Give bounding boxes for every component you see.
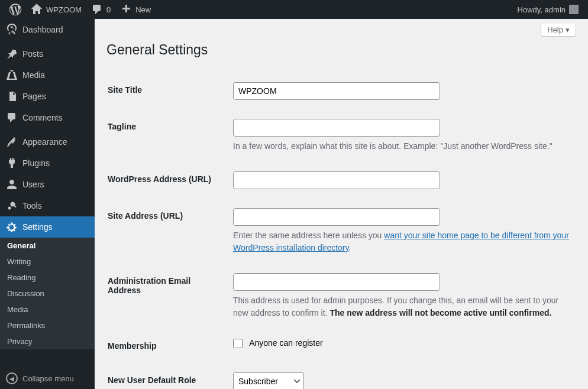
collapse-label: Collapse menu bbox=[22, 374, 74, 383]
sidebar-item-dashboard[interactable]: Dashboard bbox=[0, 19, 95, 40]
sidebar-item-appearance[interactable]: Appearance bbox=[0, 131, 95, 153]
new-label: New bbox=[135, 5, 151, 14]
sidebar-label: Appearance bbox=[22, 137, 67, 147]
sidebar-label: Posts bbox=[22, 49, 43, 59]
membership-checkbox-wrapper[interactable]: Anyone can register bbox=[233, 338, 323, 348]
comments-icon bbox=[6, 112, 18, 124]
submenu-item-media[interactable]: Media bbox=[0, 302, 95, 317]
my-account[interactable]: Howdy, admin bbox=[513, 0, 583, 19]
membership-checkbox-label: Anyone can register bbox=[249, 338, 323, 348]
sidebar-label: Plugins bbox=[22, 158, 50, 168]
sidebar-label: Dashboard bbox=[22, 25, 63, 34]
chevron-down-icon: ▾ bbox=[566, 25, 570, 34]
submenu-item-writing[interactable]: Writing bbox=[0, 254, 95, 270]
sidebar-label: Media bbox=[22, 70, 45, 80]
settings-submenu: General Writing Reading Discussion Media… bbox=[0, 238, 95, 349]
siteurl-label: Site Address (URL) bbox=[108, 199, 226, 263]
admin-sidebar: Dashboard Posts Media Pages Comments bbox=[0, 19, 95, 389]
avatar bbox=[569, 5, 579, 14]
sidebar-label: Comments bbox=[22, 113, 63, 122]
appearance-icon bbox=[6, 136, 18, 148]
media-icon bbox=[6, 69, 18, 81]
plus-icon bbox=[120, 4, 132, 15]
site-name-text: WPZOOM bbox=[46, 5, 82, 14]
help-label: Help bbox=[547, 25, 563, 34]
main-content: Help ▾ General Settings Site Title Tagli… bbox=[95, 19, 588, 389]
adminbar-right: Howdy, admin bbox=[513, 0, 583, 19]
settings-icon bbox=[6, 221, 18, 233]
sidebar-label: Tools bbox=[22, 201, 42, 210]
sidebar-item-posts[interactable]: Posts bbox=[0, 43, 95, 64]
admin-email-input[interactable] bbox=[233, 273, 440, 291]
plugins-icon bbox=[6, 157, 18, 169]
settings-form: Site Title Tagline In a few words, expla… bbox=[106, 72, 576, 389]
default-role-label: New User Default Role bbox=[108, 364, 226, 389]
site-name-link[interactable]: WPZOOM bbox=[26, 0, 86, 19]
submenu-item-discussion[interactable]: Discussion bbox=[0, 286, 95, 302]
tagline-input[interactable] bbox=[233, 119, 440, 137]
sidebar-item-tools[interactable]: Tools bbox=[0, 195, 95, 216]
help-tab[interactable]: Help ▾ bbox=[541, 24, 576, 37]
page-title: General Settings bbox=[106, 37, 576, 60]
siteurl-input[interactable] bbox=[233, 208, 440, 226]
submenu-item-permalinks[interactable]: Permalinks bbox=[0, 317, 95, 333]
screen-meta: Help ▾ bbox=[106, 19, 576, 37]
wpurl-label: WordPress Address (URL) bbox=[108, 163, 226, 198]
pin-icon bbox=[6, 48, 18, 60]
sidebar-label: Settings bbox=[22, 222, 53, 232]
admin-menu: Dashboard Posts Media Pages Comments bbox=[0, 19, 95, 368]
siteurl-description: Enter the same address here unless you w… bbox=[233, 229, 569, 254]
submenu-item-general[interactable]: General bbox=[0, 238, 95, 254]
tools-icon bbox=[6, 200, 18, 212]
site-title-input[interactable] bbox=[233, 82, 440, 100]
submenu-item-reading[interactable]: Reading bbox=[0, 270, 95, 286]
wordpress-icon bbox=[9, 4, 21, 15]
sidebar-item-media[interactable]: Media bbox=[0, 64, 95, 86]
admin-toolbar: WPZOOM 0 New Howdy, admin bbox=[0, 0, 588, 19]
adminbar-left: WPZOOM 0 New bbox=[5, 0, 156, 19]
comments-link[interactable]: 0 bbox=[86, 0, 115, 19]
membership-checkbox[interactable] bbox=[233, 339, 243, 348]
sidebar-item-pages[interactable]: Pages bbox=[0, 86, 95, 107]
site-title-label: Site Title bbox=[108, 73, 226, 109]
comment-icon bbox=[91, 4, 103, 15]
wp-logo[interactable] bbox=[5, 0, 26, 19]
sidebar-item-plugins[interactable]: Plugins bbox=[0, 153, 95, 174]
page-icon bbox=[6, 90, 18, 102]
tagline-description: In a few words, explain what this site i… bbox=[233, 140, 569, 153]
wpurl-input[interactable] bbox=[233, 171, 440, 189]
sidebar-item-users[interactable]: Users bbox=[0, 174, 95, 195]
collapse-menu-button[interactable]: ◀ Collapse menu bbox=[0, 368, 95, 389]
howdy-text: Howdy, admin bbox=[518, 5, 566, 14]
submenu-item-privacy[interactable]: Privacy bbox=[0, 333, 95, 349]
default-role-select[interactable]: Subscriber bbox=[233, 372, 304, 389]
membership-label: Membership bbox=[108, 329, 226, 362]
comments-count: 0 bbox=[106, 5, 111, 14]
collapse-icon: ◀ bbox=[6, 372, 18, 384]
dashboard-icon bbox=[6, 24, 18, 35]
sidebar-label: Pages bbox=[22, 92, 46, 101]
admin-email-description: This address is used for admin purposes.… bbox=[233, 294, 569, 319]
sidebar-label: Users bbox=[22, 180, 44, 189]
tagline-label: Tagline bbox=[108, 110, 226, 161]
users-icon bbox=[6, 179, 18, 190]
new-content-link[interactable]: New bbox=[115, 0, 156, 19]
sidebar-item-comments[interactable]: Comments bbox=[0, 107, 95, 128]
sidebar-item-settings[interactable]: Settings bbox=[0, 216, 95, 238]
home-icon bbox=[31, 4, 43, 15]
admin-email-label: Administration Email Address bbox=[108, 264, 226, 328]
main-wrap: Dashboard Posts Media Pages Comments bbox=[0, 19, 588, 389]
